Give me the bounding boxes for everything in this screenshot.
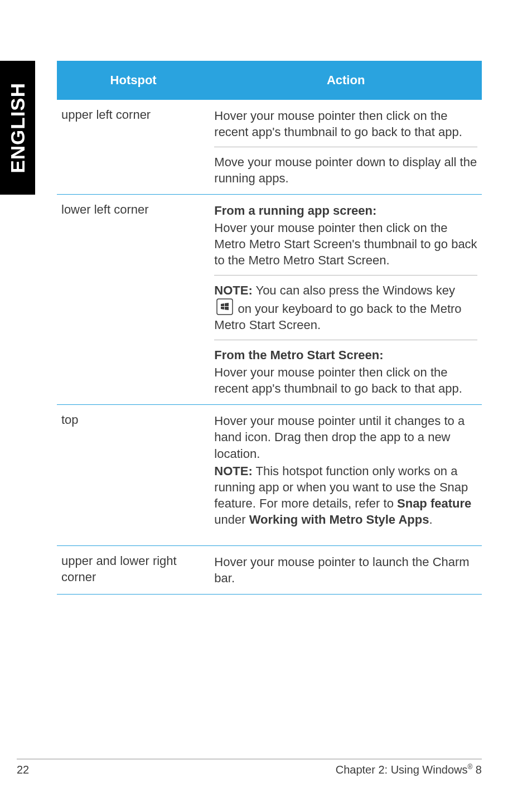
bold-text: Working with Metro Style Apps [249,513,429,526]
spacer [214,529,477,539]
bold-text: Snap feature [397,496,471,510]
bold-text: NOTE: [214,283,252,297]
table-body: upper left cornerHover your mouse pointe… [57,100,482,594]
hotspot-action-table: Hotspot Action upper left cornerHover yo… [57,61,482,595]
action-paragraph: Hover your mouse pointer then click on t… [214,364,477,397]
table-row: topHover your mouse pointer until it cha… [57,405,482,545]
svg-marker-1 [221,303,224,306]
page-footer: 22 Chapter 2: Using Windows® 8 [17,758,482,776]
text: . [429,513,432,526]
inner-divider [214,340,477,340]
action-paragraph: NOTE: This hotspot function only works o… [214,463,477,528]
bold-text: From the Metro Start Screen: [214,348,383,362]
text: Hover your mouse pointer then click on t… [214,109,462,139]
content-area: Hotspot Action upper left cornerHover yo… [57,61,482,595]
action-cell: Hover your mouse pointer then click on t… [210,100,482,195]
text: Hover your mouse pointer then click on t… [214,365,462,395]
inner-divider [214,275,477,276]
bold-text: NOTE: [214,464,252,478]
header-action: Action [210,61,482,100]
action-paragraph: Hover your mouse pointer then click on t… [214,220,477,268]
page-number: 22 [17,764,29,776]
hotspot-cell: lower left corner [57,195,210,405]
action-paragraph: NOTE: You can also press the Windows key… [214,282,477,333]
action-paragraph: Hover your mouse pointer to launch the C… [214,554,477,586]
svg-marker-4 [225,307,229,310]
chapter-suffix: 8 [472,764,482,776]
windows-key-icon [216,298,233,315]
action-cell: Hover your mouse pointer to launch the C… [210,545,482,594]
table-row: lower left cornerFrom a running app scre… [57,195,482,405]
chapter-label: Chapter 2: Using Windows® 8 [336,763,482,776]
text: under [214,513,249,526]
language-side-tab-label: ENGLISH [7,83,29,173]
text: You can also press the Windows key [253,283,455,297]
svg-marker-3 [221,307,224,310]
hotspot-cell: top [57,405,210,545]
page: ENGLISH Hotspot Action upper left corner… [0,0,532,802]
svg-marker-2 [225,303,229,306]
action-paragraph: Hover your mouse pointer until it change… [214,413,477,461]
registered-symbol: ® [467,763,472,771]
header-hotspot: Hotspot [57,61,210,100]
action-paragraph: Hover your mouse pointer then click on t… [214,108,477,140]
text: on your keyboard to go back to the Metro… [214,302,461,332]
action-cell: Hover your mouse pointer until it change… [210,405,482,545]
text: Hover your mouse pointer until it change… [214,414,465,460]
text: Hover your mouse pointer to launch the C… [214,555,469,585]
table-row: upper left cornerHover your mouse pointe… [57,100,482,195]
action-paragraph: From a running app screen: [214,202,477,219]
text: Move your mouse pointer down to display … [214,155,477,185]
text: Hover your mouse pointer then click on t… [214,221,477,267]
inner-divider [214,147,477,147]
chapter-prefix: Chapter 2: Using Windows [336,764,468,776]
action-paragraph: From the Metro Start Screen: [214,347,477,363]
hotspot-cell: upper left corner [57,100,210,195]
hotspot-cell: upper and lower right corner [57,545,210,594]
table-row: upper and lower right cornerHover your m… [57,545,482,594]
bold-text: From a running app screen: [214,204,376,218]
action-paragraph: Move your mouse pointer down to display … [214,154,477,186]
action-cell: From a running app screen:Hover your mou… [210,195,482,405]
table-header-row: Hotspot Action [57,61,482,100]
language-side-tab: ENGLISH [0,61,35,195]
